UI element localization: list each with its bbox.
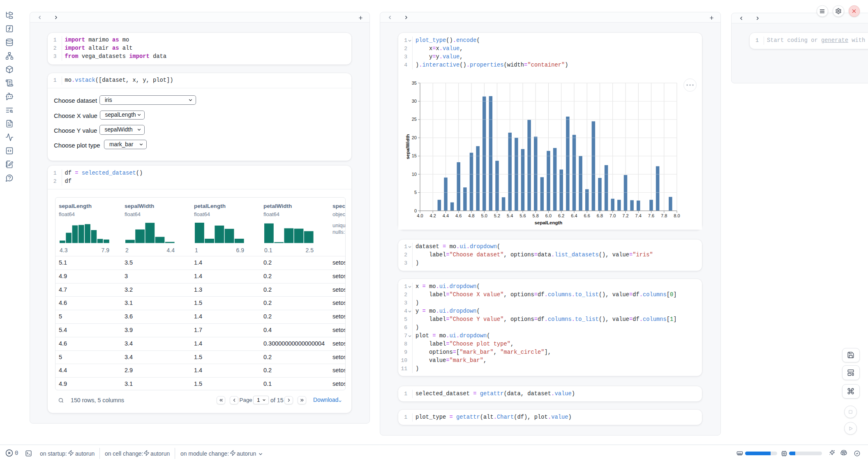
svg-text:7.8: 7.8 — [661, 213, 667, 218]
svg-text:7.0: 7.0 — [609, 213, 616, 218]
svg-text:4.8: 4.8 — [468, 213, 474, 218]
svg-text:sepalLength: sepalLength — [535, 220, 563, 225]
svg-text:30: 30 — [412, 99, 417, 104]
svg-text:5.4: 5.4 — [507, 213, 513, 218]
svg-text:5.0: 5.0 — [481, 213, 487, 218]
svg-text:6.6: 6.6 — [584, 213, 590, 218]
svg-text:7.4: 7.4 — [635, 213, 642, 218]
svg-text:4.2: 4.2 — [430, 213, 436, 218]
svg-text:4.4: 4.4 — [443, 213, 449, 218]
svg-text:5.2: 5.2 — [494, 213, 500, 218]
svg-text:8.0: 8.0 — [674, 213, 680, 218]
svg-text:20: 20 — [412, 135, 417, 140]
svg-text:0: 0 — [414, 208, 417, 213]
svg-text:25: 25 — [412, 117, 417, 122]
svg-text:4.6: 4.6 — [455, 213, 462, 218]
svg-text:6.2: 6.2 — [558, 213, 564, 218]
svg-text:6.0: 6.0 — [545, 213, 552, 218]
svg-text:5.6: 5.6 — [519, 213, 526, 218]
svg-text:7.6: 7.6 — [648, 213, 654, 218]
svg-text:6.8: 6.8 — [597, 213, 603, 218]
svg-text:15: 15 — [412, 153, 417, 158]
svg-text:10: 10 — [412, 172, 417, 177]
svg-text:5.8: 5.8 — [533, 213, 539, 218]
svg-text:35: 35 — [412, 81, 417, 85]
svg-text:4.0: 4.0 — [417, 213, 423, 218]
svg-text:6.4: 6.4 — [571, 213, 577, 218]
svg-text:sepalWidth: sepalWidth — [405, 134, 410, 159]
svg-text:7.2: 7.2 — [622, 213, 628, 218]
svg-text:5: 5 — [414, 190, 417, 195]
